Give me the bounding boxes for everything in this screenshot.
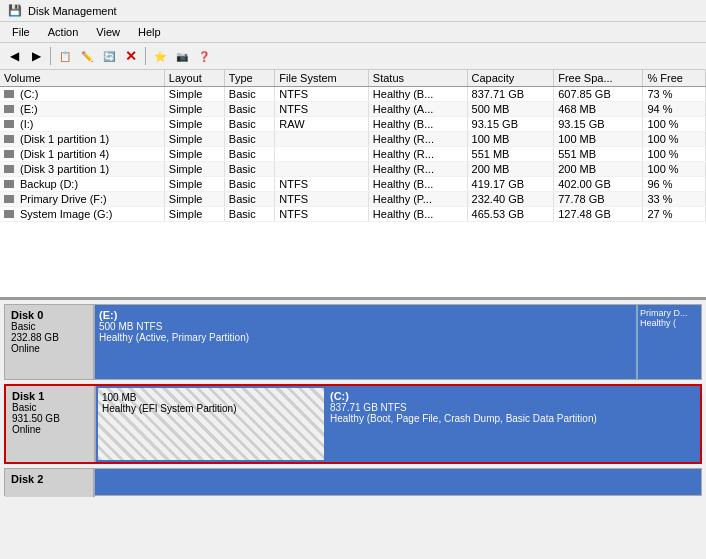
cell-status: Healthy (P... (368, 192, 467, 207)
col-status[interactable]: Status (368, 70, 467, 87)
cell-layout: Simple (164, 162, 224, 177)
cell-capacity: 837.71 GB (467, 87, 554, 102)
delete-button[interactable]: ✕ (121, 46, 141, 66)
col-type[interactable]: Type (224, 70, 275, 87)
edit-button[interactable]: ✏️ (77, 46, 97, 66)
disk0-row: Disk 0 Basic 232.88 GB Online (E:) 500 M… (4, 304, 702, 380)
col-layout[interactable]: Layout (164, 70, 224, 87)
cell-free: 468 MB (554, 102, 643, 117)
disk0-status: Online (11, 343, 87, 354)
disk1-c-label: (C:) (330, 390, 696, 402)
disk1-type: Basic (12, 402, 88, 413)
disk2-row: Disk 2 (4, 468, 702, 496)
cell-volume: (I:) (0, 117, 164, 132)
menu-file[interactable]: File (4, 24, 38, 40)
snapshot-button[interactable]: 📷 (172, 46, 192, 66)
table-row[interactable]: Backup (D:) Simple Basic NTFS Healthy (B… (0, 177, 706, 192)
disk1-status: Online (12, 424, 88, 435)
cell-type: Basic (224, 117, 275, 132)
cell-volume: (Disk 3 partition 1) (0, 162, 164, 177)
cell-layout: Simple (164, 207, 224, 222)
col-volume[interactable]: Volume (0, 70, 164, 87)
cell-status: Healthy (R... (368, 162, 467, 177)
col-capacity[interactable]: Capacity (467, 70, 554, 87)
disk0-e-info: Healthy (Active, Primary Partition) (99, 332, 632, 343)
cell-free: 100 MB (554, 132, 643, 147)
cell-volume: (Disk 1 partition 1) (0, 132, 164, 147)
cell-status: Healthy (B... (368, 117, 467, 132)
cell-fs (275, 132, 369, 147)
cell-fs: NTFS (275, 192, 369, 207)
disk0-e-size: 500 MB NTFS (99, 321, 632, 332)
cell-pct: 27 % (643, 207, 706, 222)
table-row[interactable]: (C:) Simple Basic NTFS Healthy (B... 837… (0, 87, 706, 102)
cell-type: Basic (224, 87, 275, 102)
cell-capacity: 465.53 GB (467, 207, 554, 222)
disk0-primary-label: Primary D... (640, 308, 699, 318)
table-row[interactable]: (Disk 3 partition 1) Simple Basic Health… (0, 162, 706, 177)
disk0-part-e[interactable]: (E:) 500 MB NTFS Healthy (Active, Primar… (95, 305, 636, 379)
table-row[interactable]: (E:) Simple Basic NTFS Healthy (A... 500… (0, 102, 706, 117)
cell-status: Healthy (B... (368, 207, 467, 222)
col-freespace[interactable]: Free Spa... (554, 70, 643, 87)
cell-layout: Simple (164, 147, 224, 162)
table-row[interactable]: System Image (G:) Simple Basic NTFS Heal… (0, 207, 706, 222)
table-row[interactable]: (Disk 1 partition 4) Simple Basic Health… (0, 147, 706, 162)
back-button[interactable]: ◀ (4, 46, 24, 66)
cell-pct: 94 % (643, 102, 706, 117)
disk2-part[interactable] (95, 469, 701, 495)
cell-layout: Simple (164, 117, 224, 132)
table-row[interactable]: Primary Drive (F:) Simple Basic NTFS Hea… (0, 192, 706, 207)
cell-free: 93.15 GB (554, 117, 643, 132)
cell-status: Healthy (B... (368, 177, 467, 192)
help-button[interactable]: ❓ (194, 46, 214, 66)
cell-fs: NTFS (275, 177, 369, 192)
cell-volume: System Image (G:) (0, 207, 164, 222)
cell-free: 77.78 GB (554, 192, 643, 207)
cell-capacity: 100 MB (467, 132, 554, 147)
menu-view[interactable]: View (88, 24, 128, 40)
disk2-label: Disk 2 (5, 469, 95, 497)
menu-help[interactable]: Help (130, 24, 169, 40)
disk0-primary[interactable]: Primary D... Healthy ( (636, 305, 701, 379)
cell-fs: RAW (275, 117, 369, 132)
cell-free: 402.00 GB (554, 177, 643, 192)
disk1-efi-part[interactable]: 100 MB Healthy (EFI System Partition) (96, 386, 326, 462)
disk1-partitions: 100 MB Healthy (EFI System Partition) (C… (96, 386, 700, 462)
cell-capacity: 419.17 GB (467, 177, 554, 192)
disk0-label: Disk 0 Basic 232.88 GB Online (5, 305, 95, 379)
volume-table-container: Volume Layout Type File System Status Ca… (0, 70, 706, 300)
toolbar: ◀ ▶ 📋 ✏️ 🔄 ✕ ⭐ 📷 ❓ (0, 43, 706, 70)
rescan-button[interactable]: 🔄 (99, 46, 119, 66)
disk1-efi-name: Healthy (EFI System Partition) (102, 403, 320, 414)
star-button[interactable]: ⭐ (150, 46, 170, 66)
menu-bar: File Action View Help (0, 22, 706, 43)
cell-free: 551 MB (554, 147, 643, 162)
properties-button[interactable]: 📋 (55, 46, 75, 66)
cell-capacity: 551 MB (467, 147, 554, 162)
col-pctfree[interactable]: % Free (643, 70, 706, 87)
disk1-row: Disk 1 Basic 931.50 GB Online 100 MB Hea… (4, 384, 702, 464)
cell-volume: (E:) (0, 102, 164, 117)
cell-capacity: 93.15 GB (467, 117, 554, 132)
disk1-size: 931.50 GB (12, 413, 88, 424)
disk2-name: Disk 2 (11, 473, 87, 485)
table-row[interactable]: (Disk 1 partition 1) Simple Basic Health… (0, 132, 706, 147)
app-title: Disk Management (28, 5, 117, 17)
menu-action[interactable]: Action (40, 24, 87, 40)
volume-table: Volume Layout Type File System Status Ca… (0, 70, 706, 222)
cell-type: Basic (224, 102, 275, 117)
cell-fs (275, 147, 369, 162)
cell-type: Basic (224, 132, 275, 147)
disk0-e-label: (E:) (99, 309, 632, 321)
disk1-c-info: Healthy (Boot, Page File, Crash Dump, Ba… (330, 413, 696, 424)
col-filesystem[interactable]: File System (275, 70, 369, 87)
disk1-c-part[interactable]: (C:) 837.71 GB NTFS Healthy (Boot, Page … (326, 386, 700, 462)
disk0-name: Disk 0 (11, 309, 87, 321)
disk0-size: 232.88 GB (11, 332, 87, 343)
forward-button[interactable]: ▶ (26, 46, 46, 66)
cell-capacity: 500 MB (467, 102, 554, 117)
cell-layout: Simple (164, 177, 224, 192)
table-row[interactable]: (I:) Simple Basic RAW Healthy (B... 93.1… (0, 117, 706, 132)
cell-capacity: 232.40 GB (467, 192, 554, 207)
